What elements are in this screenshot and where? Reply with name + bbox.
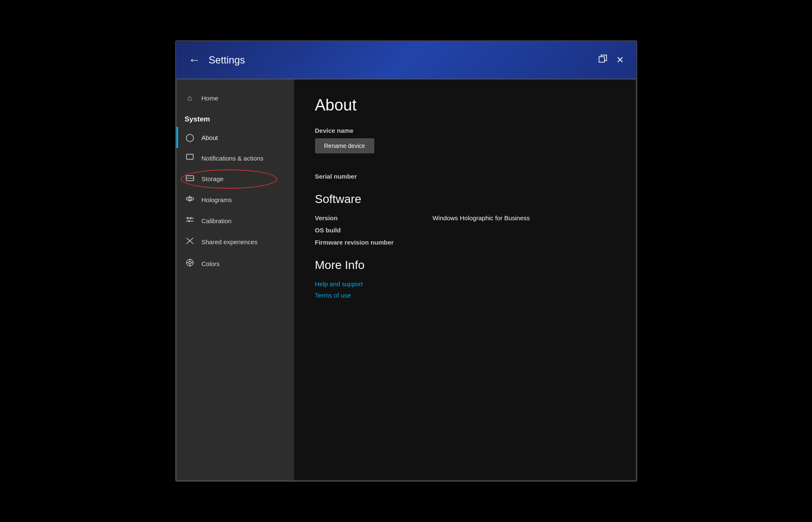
calibration-icon — [185, 216, 195, 225]
sidebar-item-home[interactable]: ⌂ Home — [176, 88, 294, 108]
svg-point-15 — [189, 261, 191, 264]
version-label: Version — [315, 214, 433, 221]
window-controls: ✕ — [598, 54, 624, 66]
sidebar-item-about[interactable]: ◯ About — [176, 127, 294, 148]
page-title: About — [315, 96, 615, 114]
storage-icon — [185, 174, 195, 183]
sidebar-item-notifications[interactable]: Notifications & actions — [176, 148, 294, 169]
sidebar-colors-label: Colors — [202, 260, 220, 267]
sidebar-section-system: System — [176, 108, 294, 127]
sidebar-home-label: Home — [202, 95, 218, 102]
holograms-icon — [185, 195, 195, 205]
sidebar-item-storage[interactable]: Storage — [176, 169, 294, 189]
version-value: Windows Holographic for Business — [433, 214, 530, 221]
serial-number-section: Serial number — [315, 173, 615, 180]
rename-device-button[interactable]: Rename device — [315, 138, 374, 153]
back-button[interactable]: ← — [189, 53, 200, 67]
terms-of-use-link[interactable]: Terms of use — [315, 292, 615, 299]
sidebar-notifications-label: Notifications & actions — [202, 155, 264, 162]
sidebar-about-label: About — [202, 134, 218, 141]
sidebar-storage-label: Storage — [202, 175, 224, 182]
help-support-link[interactable]: Help and support — [315, 280, 615, 287]
os-build-label: OS build — [315, 227, 433, 234]
software-section-title: Software — [315, 192, 615, 206]
firmware-row: Firmware revision number — [315, 239, 615, 246]
colors-icon — [185, 258, 195, 269]
window-title: Settings — [209, 54, 598, 66]
sidebar-holograms-label: Holograms — [202, 196, 232, 203]
more-info-title: More Info — [315, 258, 615, 272]
home-icon: ⌂ — [185, 94, 195, 103]
titlebar: ← Settings ✕ — [176, 41, 636, 79]
device-name-section: Device name Rename device — [315, 127, 615, 165]
sidebar-item-colors[interactable]: Colors — [176, 253, 294, 275]
os-build-row: OS build — [315, 227, 615, 234]
sidebar-shared-label: Shared experiences — [202, 238, 258, 245]
shared-icon — [185, 237, 195, 247]
app-window: ← Settings ✕ ⌂ Home System ◯ About — [175, 40, 637, 482]
restore-button[interactable] — [598, 54, 608, 66]
svg-rect-0 — [599, 57, 604, 62]
serial-number-label: Serial number — [315, 173, 615, 180]
main-area: ⌂ Home System ◯ About Notifications & ac… — [176, 79, 636, 481]
notifications-icon — [185, 154, 195, 163]
firmware-label: Firmware revision number — [315, 239, 433, 246]
close-button[interactable]: ✕ — [616, 55, 624, 66]
svg-rect-1 — [187, 154, 193, 159]
storage-highlight-circle — [181, 169, 277, 189]
sidebar-item-holograms[interactable]: Holograms — [176, 189, 294, 211]
sidebar-calibration-label: Calibration — [202, 217, 232, 224]
content-panel: About Device name Rename device Serial n… — [294, 79, 636, 480]
version-row: Version Windows Holographic for Business — [315, 214, 615, 221]
about-icon: ◯ — [185, 133, 195, 142]
sidebar-item-calibration[interactable]: Calibration — [176, 211, 294, 231]
device-name-label: Device name — [315, 127, 615, 134]
sidebar-item-shared[interactable]: Shared experiences — [176, 231, 294, 253]
sidebar: ⌂ Home System ◯ About Notifications & ac… — [176, 79, 294, 480]
